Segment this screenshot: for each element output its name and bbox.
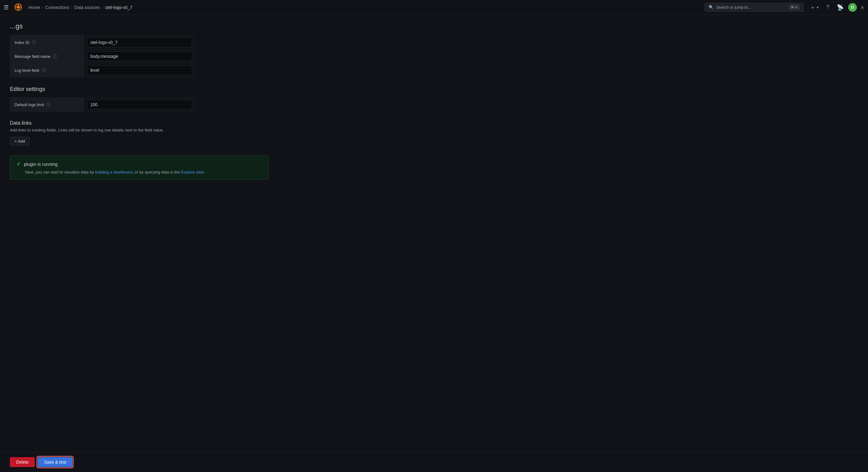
index-id-input-wrap	[85, 36, 195, 49]
log-level-label-cell: Log level field ⓘ	[10, 63, 85, 77]
search-icon: 🔍	[709, 5, 714, 9]
data-links-desc: Add links to existing fields. Links will…	[10, 128, 269, 132]
data-links-title: Data links	[10, 120, 269, 126]
default-logs-label-cell: Default logs limit ⓘ	[10, 98, 85, 112]
log-level-input[interactable]	[87, 65, 192, 75]
search-bar[interactable]: 🔍 Search or jump to... ⌘+k	[705, 3, 804, 12]
save-test-button[interactable]: Save & test	[38, 457, 72, 467]
field-table: Index ID ⓘ Message field name ⓘ Log leve…	[10, 35, 195, 77]
bottom-actions-bar: Delete Save & test	[0, 452, 868, 472]
add-dropdown-chevron: ▾	[817, 5, 818, 9]
page-section-title: ...gs	[10, 22, 269, 30]
index-id-label-text: Index ID	[14, 40, 29, 45]
svg-point-1	[17, 6, 20, 8]
status-desc: Next, you can start to visualize data by…	[17, 170, 262, 175]
message-field-label-text: Message field name	[14, 54, 51, 59]
status-banner: ✓ plugin is running Next, you can start …	[10, 156, 269, 180]
main-content: ...gs Index ID ⓘ Message field name ⓘ	[0, 15, 278, 224]
topnav-right-icons: ＋ ▾ ? 📡 G ∧	[809, 2, 864, 12]
editor-settings-table: Default logs limit ⓘ	[10, 97, 195, 112]
index-id-row: Index ID ⓘ	[10, 36, 195, 50]
index-id-input[interactable]	[87, 37, 192, 47]
message-field-info-icon[interactable]: ⓘ	[53, 54, 57, 59]
help-icon[interactable]: ?	[824, 3, 832, 12]
status-check-icon: ✓	[17, 161, 21, 167]
log-level-row: Log level field ⓘ	[10, 63, 195, 77]
plus-icon: ＋	[810, 4, 815, 11]
log-level-info-icon[interactable]: ⓘ	[42, 67, 46, 73]
breadcrumb-sep-1: ›	[42, 5, 43, 10]
editor-settings-heading: Editor settings	[10, 86, 269, 93]
collapse-button[interactable]: ∧	[861, 4, 864, 10]
breadcrumb: Home › Connections › Data sources › otel…	[28, 5, 705, 10]
message-field-row: Message field name ⓘ	[10, 50, 195, 63]
default-logs-input[interactable]	[87, 100, 192, 109]
add-data-link-button[interactable]: + Add	[10, 137, 30, 146]
default-logs-info-icon[interactable]: ⓘ	[46, 102, 51, 107]
search-placeholder-text: Search or jump to...	[716, 5, 751, 9]
log-level-input-wrap	[85, 63, 195, 77]
status-banner-top: ✓ plugin is running	[17, 161, 262, 167]
status-desc-mid: , or by querying data in the	[132, 170, 181, 175]
notifications-icon[interactable]: 📡	[836, 3, 844, 12]
default-logs-row: Default logs limit ⓘ	[10, 98, 195, 112]
status-title: plugin is running	[24, 161, 58, 167]
breadcrumb-home[interactable]: Home	[28, 5, 40, 10]
message-field-input[interactable]	[87, 51, 192, 61]
index-id-label-cell: Index ID ⓘ	[10, 36, 85, 49]
delete-button[interactable]: Delete	[10, 457, 35, 467]
breadcrumb-sep-3: ›	[102, 5, 103, 10]
breadcrumb-datasources[interactable]: Data sources	[74, 5, 100, 10]
default-logs-label-text: Default logs limit	[14, 102, 44, 107]
avatar[interactable]: G	[848, 3, 857, 12]
top-navigation: ☰ Home › Connections › Data sources › ot…	[0, 0, 868, 15]
breadcrumb-connections[interactable]: Connections	[45, 5, 69, 10]
data-links-section: Data links Add links to existing fields.…	[10, 120, 269, 146]
message-field-label-cell: Message field name ⓘ	[10, 50, 85, 63]
search-shortcut: ⌘+k	[789, 5, 800, 10]
building-dashboard-link[interactable]: building a dashboard	[95, 170, 132, 175]
add-button[interactable]: ＋ ▾	[809, 2, 820, 12]
explore-view-link[interactable]: Explore view	[181, 170, 204, 175]
default-logs-input-wrap	[85, 98, 195, 112]
breadcrumb-current: otel-logs-v0_7	[105, 5, 132, 10]
status-desc-pre: Next, you can start to visualize data by	[25, 170, 95, 175]
log-level-label-text: Log level field	[14, 68, 39, 73]
grafana-logo	[13, 2, 24, 12]
index-id-info-icon[interactable]: ⓘ	[32, 40, 36, 45]
breadcrumb-sep-2: ›	[71, 5, 73, 10]
hamburger-menu[interactable]: ☰	[4, 4, 9, 11]
status-desc-post: .	[204, 170, 205, 175]
message-field-input-wrap	[85, 50, 195, 63]
